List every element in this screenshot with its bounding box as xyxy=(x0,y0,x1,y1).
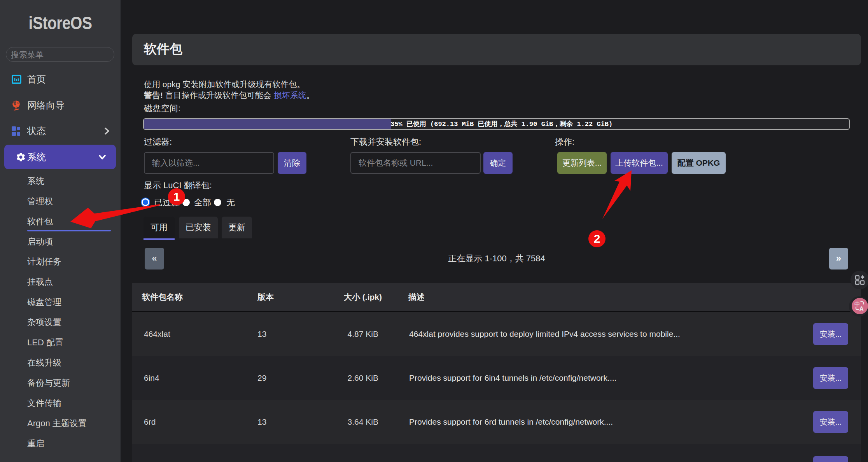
svg-text:A: A xyxy=(859,306,864,312)
